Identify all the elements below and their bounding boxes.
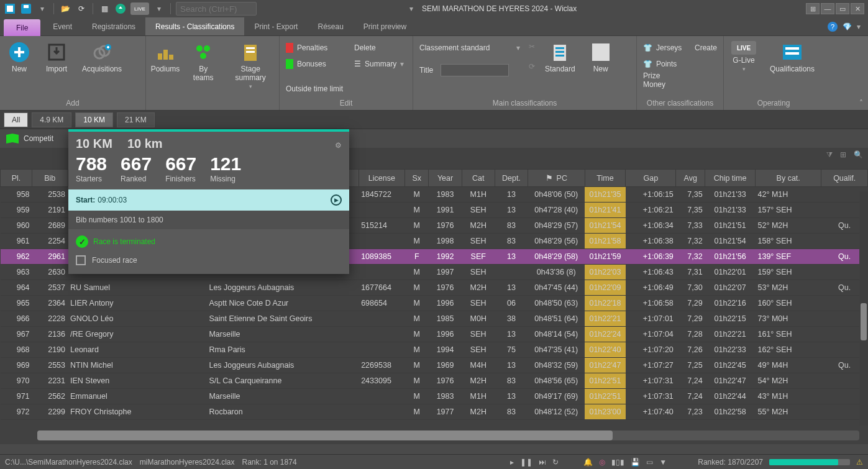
col-avg[interactable]: Avg [676, 170, 705, 187]
bell-icon[interactable]: 🔔 [583, 458, 593, 467]
classement-select[interactable]: Classement standard▾ [417, 41, 523, 55]
gem-icon[interactable]: 💎 [843, 22, 852, 31]
col-license[interactable]: License [359, 170, 404, 187]
col-pc[interactable]: ⚑PC [528, 170, 585, 187]
stage-summary-button[interactable]: Stage summary▾ [226, 39, 275, 92]
cell-pc: 0h48'56 (65) [528, 373, 585, 389]
new-button[interactable]: New [4, 39, 35, 76]
cell-pc: 0h48'12 (52) [528, 404, 585, 420]
table-row[interactable]: 9692553NTIN MichelLes Joggeurs Aubagnais… [1, 358, 868, 373]
col-qualif-[interactable]: Qualif. [821, 170, 868, 187]
col-gap[interactable]: Gap [626, 170, 676, 187]
col-year[interactable]: Year [429, 170, 462, 187]
gear-icon[interactable]: ⚙ [335, 141, 342, 150]
play-icon[interactable]: ▶ [331, 194, 342, 206]
save-status-icon[interactable]: 💾 [631, 458, 640, 467]
filter-icon[interactable]: ⧩ [826, 150, 833, 159]
target-icon[interactable]: ◎ [599, 458, 605, 467]
next-icon[interactable]: ⏭ [539, 458, 546, 467]
horizontal-scrollbar[interactable] [37, 430, 859, 440]
penalties-button[interactable]: Penalties [283, 41, 345, 55]
new-main-button[interactable]: New [585, 39, 616, 76]
maximize-button[interactable]: ▭ [836, 3, 849, 14]
help-icon[interactable]: ? [828, 22, 838, 32]
tab-print-export[interactable]: Print - Export [244, 17, 308, 35]
save-icon[interactable] [20, 2, 32, 15]
title-dropdown-icon[interactable]: ▾ [409, 4, 413, 13]
search-input[interactable] [176, 2, 257, 16]
podiums-button[interactable]: Podiums [150, 39, 181, 76]
table-row[interactable]: 9652364LIER AntonyAsptt Nice Cote D Azur… [1, 296, 868, 311]
focused-race-checkbox[interactable]: Focused race [68, 252, 349, 274]
distance-tab-49[interactable]: 4.9 KM [32, 112, 71, 127]
summary-button[interactable]: ☰Summary▾ [352, 57, 406, 71]
upload-cloud-icon[interactable] [114, 2, 127, 15]
acquisitions-button[interactable]: Acquisitions [78, 39, 126, 76]
create-button[interactable]: Create [692, 41, 720, 55]
minimize-button[interactable]: — [821, 3, 834, 14]
dropdown-icon[interactable]: ▾ [153, 2, 165, 15]
tab-file[interactable]: File [4, 19, 40, 36]
start-row[interactable]: Start: 09:00:03 ▶ [68, 189, 349, 211]
columns-icon[interactable]: ⊞ [840, 150, 846, 159]
col-chip-time[interactable]: Chip time [705, 170, 756, 187]
jerseys-button[interactable]: 👕Jerseys [641, 41, 686, 55]
distance-tab-all[interactable]: All [4, 112, 28, 127]
col-cat[interactable]: Cat [462, 170, 495, 187]
warning-icon[interactable]: ⚠ [856, 458, 863, 467]
cell-year: 1996 [429, 296, 462, 311]
tab-reseau[interactable]: Réseau [308, 17, 353, 35]
close-button[interactable]: ✕ [851, 3, 864, 14]
byteams-button[interactable]: By teams [187, 39, 219, 84]
search-icon[interactable]: 🔍 [854, 150, 863, 159]
table-row[interactable]: 9712562EmmanuelMarseilleM1983M1H130h49'1… [1, 389, 868, 404]
col-pl-[interactable]: Pl. [1, 170, 32, 187]
dropdown-icon[interactable]: ▾ [36, 2, 48, 15]
col-sx[interactable]: Sx [405, 170, 429, 187]
col-time[interactable]: Time [585, 170, 626, 187]
pause-icon[interactable]: ❚❚ [520, 458, 532, 467]
table-row[interactable]: 9662228GNOLO LéoSaint Etienne De Saint G… [1, 311, 868, 327]
tab-event[interactable]: Event [43, 17, 82, 35]
points-button[interactable]: 👕Points [641, 57, 686, 71]
book-icon[interactable] [5, 132, 20, 145]
prize-money-button[interactable]: Prize Money [641, 73, 686, 87]
distance-tab-10[interactable]: 10 KM [75, 112, 113, 127]
delete-button[interactable]: Delete [352, 41, 406, 55]
refresh-icon[interactable]: ⟳ [529, 62, 535, 71]
live-badge-icon[interactable]: LIVE [130, 2, 149, 15]
table-row[interactable]: 9672136/RE GregoryMarseilleM1996SEH130h4… [1, 327, 868, 342]
distance-tab-21[interactable]: 21 KM [117, 112, 155, 127]
cut-icon[interactable]: ✂ [529, 42, 535, 51]
loop-icon[interactable]: ↻ [552, 458, 559, 467]
col-dept-[interactable]: Dept. [495, 170, 528, 187]
col-bib[interactable]: Bib [32, 170, 68, 187]
open-folder-icon[interactable]: 📂 [59, 2, 71, 15]
import-button[interactable]: Import [41, 39, 72, 76]
col-by-cat-[interactable]: By cat. [756, 170, 821, 187]
qualifications-button[interactable]: Qualifications [766, 39, 818, 76]
grid-icon[interactable]: ▦ [98, 2, 111, 15]
play-icon[interactable]: ▸ [510, 458, 514, 467]
vr-icon[interactable]: ▭ [646, 458, 653, 467]
collapse-ribbon-icon[interactable]: ˄ [859, 99, 863, 107]
bonuses-button[interactable]: Bonuses [283, 57, 345, 71]
lock-icon[interactable]: ⊞ [806, 3, 820, 14]
outside-time-button[interactable]: Outside time limit [283, 82, 345, 96]
glive-button[interactable]: LIVEG-Live▾ [728, 39, 760, 75]
tab-registrations[interactable]: Registrations [82, 17, 145, 35]
down-icon[interactable]: ▼ [659, 458, 667, 467]
table-row[interactable]: 9722299FROY ChristopheRocbaronM1977M2H83… [1, 404, 868, 420]
tab-results[interactable]: Results - Classifications [145, 17, 244, 35]
title-input[interactable] [441, 64, 509, 76]
table-row[interactable]: 9642537RU SamuelLes Joggeurs Aubagnais16… [1, 280, 868, 296]
chevron-down-icon[interactable]: ▾ [857, 22, 861, 31]
table-row[interactable]: 9702231IEN StevenS/L Ca Carqueiranne2433… [1, 373, 868, 389]
vertical-scrollbar[interactable] [859, 191, 868, 426]
barcode-icon[interactable]: ▮▯▮ [611, 458, 624, 467]
refresh-icon[interactable]: ⟳ [75, 2, 88, 15]
title-field[interactable]: Title [417, 63, 523, 77]
tab-print-preview[interactable]: Print preview [354, 17, 416, 35]
standard-button[interactable]: Standard [541, 39, 579, 76]
table-row[interactable]: 9682190LeonardRma ParisM1994SEH750h47'35… [1, 342, 868, 358]
